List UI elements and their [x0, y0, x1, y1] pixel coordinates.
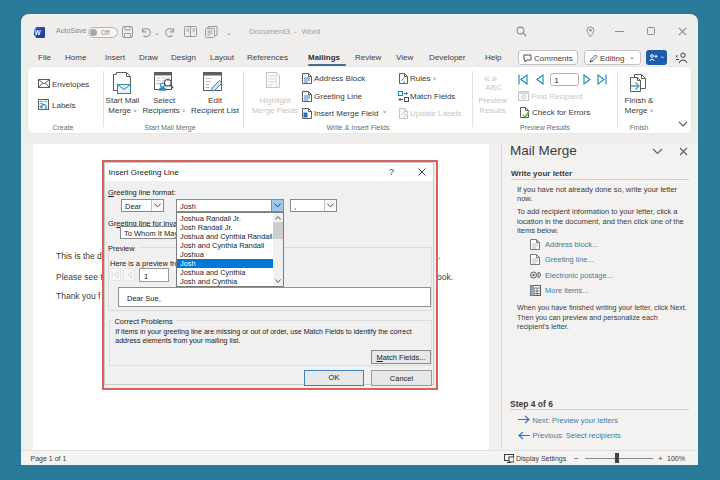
- svg-text:W: W: [34, 29, 41, 36]
